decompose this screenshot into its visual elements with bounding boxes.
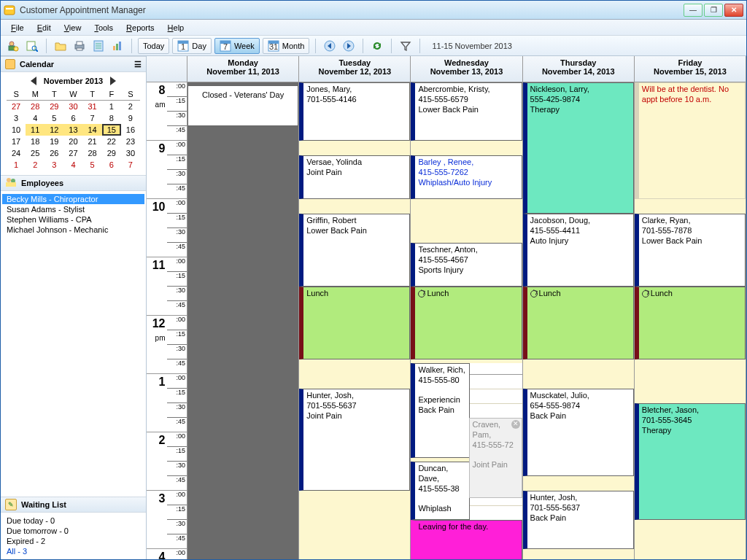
appointment[interactable]: Nickleson, Larry,555-425-9874Therapy [523, 82, 634, 214]
day-column-wednesday[interactable]: Abercrombie, Kristy,415-555-6579Lower Ba… [411, 82, 522, 559]
week-view-button[interactable]: 7Week [214, 38, 260, 54]
day-column-monday[interactable]: Closed - Veterans' Day [187, 82, 299, 559]
calendar-day[interactable]: 19 [44, 136, 63, 147]
calendar-day[interactable]: 28 [26, 101, 44, 113]
filter-icon[interactable] [398, 38, 414, 54]
prev-month-icon[interactable] [31, 77, 36, 85]
calendar-day[interactable]: 1 [7, 159, 26, 171]
appointment[interactable]: Lunch [411, 287, 522, 359]
calendar-day[interactable]: 15 [102, 124, 121, 136]
calendar-day[interactable]: 30 [121, 147, 140, 159]
menu-icon[interactable]: ☰ [134, 60, 142, 69]
appointment[interactable]: Barley , Renee,415-555-7262Whiplash/Auto… [411, 155, 522, 199]
calendar-day[interactable]: 22 [102, 136, 121, 147]
calendar-day[interactable]: 8 [102, 112, 121, 124]
calendar-day[interactable]: 3 [7, 112, 26, 124]
calendar-day[interactable]: 1 [102, 101, 121, 113]
calendar-day[interactable]: 21 [83, 136, 102, 147]
calendar-day[interactable]: 2 [26, 159, 44, 171]
calendar-day[interactable]: 5 [44, 112, 63, 124]
calendar-day[interactable]: 29 [102, 147, 121, 159]
calendar-day[interactable]: 17 [7, 136, 26, 147]
calendar-day[interactable]: 24 [7, 147, 26, 159]
form-icon[interactable] [90, 38, 107, 54]
day-header[interactable]: MondayNovember 11, 2013 [187, 56, 299, 82]
mini-calendar[interactable]: SMTWTFS272829303112345678910111213141516… [1, 87, 146, 175]
prev-icon[interactable] [322, 38, 338, 54]
employee-item[interactable]: Michael Johnson - Mechanic [2, 225, 144, 235]
calendar-day[interactable]: 11 [26, 124, 44, 136]
day-column-thursday[interactable]: Nickleson, Larry,555-425-9874TherapyJaco… [523, 82, 635, 559]
calendar-day[interactable]: 5 [83, 159, 102, 171]
waiting-due-today[interactable]: Due today - 0 [7, 516, 140, 526]
calendar-day[interactable]: 12 [44, 124, 63, 136]
appointment[interactable]: Musckatel, Julio,654-555-9874Back Pain [523, 389, 634, 476]
day-header[interactable]: TuesdayNovember 12, 2013 [299, 56, 411, 82]
calendar-day[interactable]: 10 [7, 124, 26, 136]
menu-help[interactable]: Help [162, 22, 190, 34]
calendar-day[interactable]: 31 [83, 101, 102, 113]
close-button[interactable]: ✕ [724, 4, 743, 17]
day-header[interactable]: ThursdayNovember 14, 2013 [523, 56, 635, 82]
appointment[interactable]: Will be at the dentist. No appt before 1… [635, 82, 746, 199]
calendar-day[interactable]: 23 [121, 136, 140, 147]
appointment[interactable]: Versae, YolindaJoint Pain [299, 155, 410, 199]
calendar-day[interactable]: 6 [102, 159, 121, 171]
calendar-day[interactable]: 26 [44, 147, 63, 159]
appointment[interactable]: Duncan, Dave,415-555-38Whiplash [411, 462, 470, 520]
closed-note[interactable]: Closed - Veterans' Day [187, 85, 298, 126]
appointment[interactable]: Bletcher, Jason,701-555-3645Therapy [635, 403, 746, 520]
menu-reports[interactable]: Reports [120, 22, 160, 34]
menu-edit[interactable]: Edit [31, 22, 57, 34]
appointment[interactable]: Lunch [523, 287, 634, 359]
today-button[interactable]: Today [138, 38, 169, 54]
appointment[interactable]: Hunter, Josh,701-555-5637Back Pain [523, 491, 634, 549]
calendar-day[interactable]: 30 [63, 101, 82, 113]
maximize-button[interactable]: ❐ [704, 4, 723, 17]
appointment[interactable]: Teschner, Anton,415-555-4567Sports Injur… [411, 243, 522, 287]
appointment[interactable]: Jones, Mary,701-555-4146 [299, 82, 410, 141]
appointment[interactable]: Jacobson, Doug,415-555-4411Auto Injury [523, 214, 634, 287]
waiting-all[interactable]: All - 3 [7, 546, 140, 556]
month-view-button[interactable]: 31Month [263, 38, 310, 54]
appointment[interactable]: Lunch [635, 287, 746, 359]
calendar-day[interactable]: 9 [121, 112, 140, 124]
minimize-button[interactable]: — [684, 4, 703, 17]
calendar-pane-header[interactable]: Calendar ☰ [1, 56, 146, 72]
dragging-appointment[interactable]: ✕Craven, Pam,415-555-72Joint Pain [469, 418, 522, 498]
calendar-day[interactable]: 25 [26, 147, 44, 159]
waiting-expired[interactable]: Expired - 2 [7, 536, 140, 546]
next-icon[interactable] [341, 38, 357, 54]
appointment[interactable]: Abercrombie, Kristy,415-555-6579Lower Ba… [411, 82, 522, 141]
waiting-pane-header[interactable]: ✎ Waiting List [1, 497, 146, 513]
print-icon[interactable] [71, 38, 88, 54]
calendar-day[interactable]: 28 [83, 147, 102, 159]
day-header[interactable]: WednesdayNovember 13, 2013 [411, 56, 522, 82]
employee-item[interactable]: Susan Adams - Stylist [2, 204, 144, 214]
calendar-day[interactable]: 6 [63, 112, 82, 124]
appointment[interactable]: Leaving for the day. [411, 520, 522, 559]
menu-tools[interactable]: Tools [88, 22, 119, 34]
calendar-day[interactable]: 18 [26, 136, 44, 147]
titlebar[interactable]: Customer Appointment Manager — ❐ ✕ [1, 1, 746, 20]
calendar-day[interactable]: 29 [44, 101, 63, 113]
next-month-icon[interactable] [110, 77, 116, 85]
appointment[interactable]: Clarke, Ryan,701-555-7878Lower Back Pain [635, 214, 746, 287]
calendar-day[interactable]: 16 [121, 124, 140, 136]
appointment[interactable]: Lunch [299, 287, 410, 359]
calendar-day[interactable]: 14 [83, 124, 102, 136]
refresh-icon[interactable] [369, 38, 385, 54]
menu-file[interactable]: File [5, 22, 30, 34]
stats-icon[interactable] [109, 38, 125, 54]
find-icon[interactable] [24, 38, 40, 54]
calendar-day[interactable]: 27 [63, 147, 82, 159]
appointment[interactable]: Griffin, RobertLower Back Pain [299, 214, 410, 287]
day-header[interactable]: FridayNovember 15, 2013 [635, 56, 746, 82]
employee-item[interactable]: Stephen Williams - CPA [2, 214, 144, 225]
calendar-day[interactable]: 7 [83, 112, 102, 124]
calendar-day[interactable]: 7 [121, 159, 140, 171]
calendar-day[interactable]: 4 [26, 112, 44, 124]
calendar-day[interactable]: 13 [63, 124, 82, 136]
open-icon[interactable] [53, 38, 69, 54]
employees-pane-header[interactable]: Employees [1, 175, 146, 191]
